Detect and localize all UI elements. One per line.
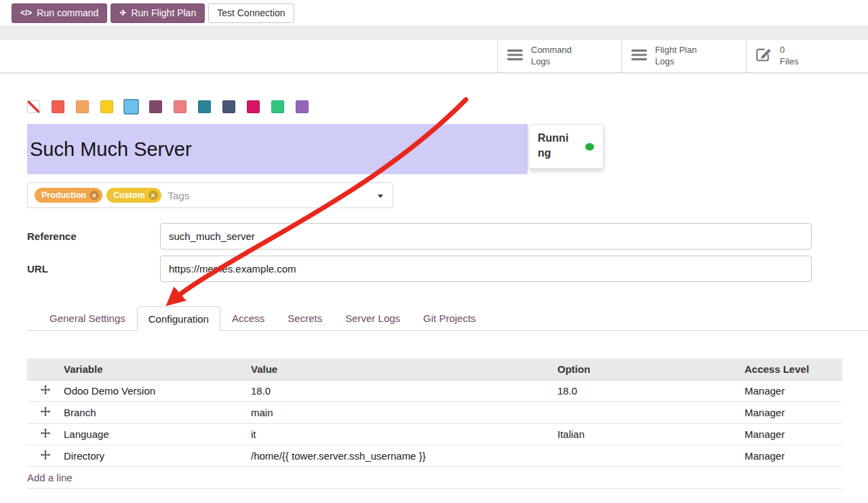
cell-option[interactable]: 18.0 [557, 380, 745, 402]
form-header: Command Logs Flight Plan Logs 0 Files [0, 40, 868, 73]
table-row[interactable]: Odoo Demo Version 18.0 18.0 Manager [27, 380, 842, 402]
cell-variable[interactable]: Odoo Demo Version [64, 380, 251, 402]
add-line-row: Add a line [27, 467, 842, 489]
color-swatch-cyan-selected[interactable] [123, 99, 138, 114]
column-header-access-level: Access Level [745, 359, 842, 380]
files-label: 0 Files [780, 45, 798, 68]
color-swatch-purple[interactable] [296, 100, 309, 113]
list-icon [631, 49, 647, 64]
column-header-value: Value [251, 359, 557, 380]
files-count: 0 [780, 45, 798, 56]
cell-variable[interactable]: Branch [64, 402, 251, 424]
variables-table: Variable Value Option Access Level Odoo … [27, 359, 842, 489]
command-logs-line1: Command [531, 45, 572, 56]
tab-secrets[interactable]: Secrets [276, 306, 334, 330]
tab-git-projects[interactable]: Git Projects [412, 306, 488, 330]
cell-option[interactable] [557, 445, 745, 467]
cell-value[interactable]: main [251, 402, 557, 424]
run-flight-plan-button[interactable]: ✈ Run Flight Plan [111, 3, 205, 23]
title-row: Such Much Server Running [27, 124, 868, 174]
table-row[interactable]: Directory /home/{{ tower.server.ssh_user… [27, 445, 842, 467]
cell-access-level[interactable]: Manager [745, 402, 842, 424]
drag-handle-icon[interactable] [27, 380, 64, 402]
command-logs-button[interactable]: Command Logs [497, 40, 621, 73]
form-body: Such Much Server Running Production × Cu… [0, 100, 868, 489]
status-dot-icon [585, 143, 594, 150]
reference-input[interactable] [160, 223, 812, 249]
table-header-row: Variable Value Option Access Level [27, 359, 842, 380]
server-name-input[interactable]: Such Much Server [27, 124, 528, 174]
code-icon: </> [20, 8, 32, 18]
color-swatch-yellow[interactable] [100, 100, 113, 113]
tab-access[interactable]: Access [220, 306, 276, 330]
tab-general-settings[interactable]: General Settings [38, 306, 137, 330]
handle-column-header [27, 359, 64, 380]
command-logs-label: Command Logs [531, 45, 572, 68]
command-logs-line2: Logs [531, 56, 572, 68]
color-swatch-teal[interactable] [198, 100, 211, 113]
reference-field-row: Reference [27, 223, 868, 249]
cell-variable[interactable]: Directory [64, 445, 251, 467]
color-swatch-salmon[interactable] [174, 100, 186, 113]
plane-icon: ✈ [119, 8, 126, 18]
drag-handle-icon[interactable] [27, 445, 64, 467]
test-connection-button[interactable]: Test Connection [208, 3, 294, 23]
run-flight-plan-label: Run Flight Plan [131, 7, 196, 18]
list-icon [507, 49, 523, 64]
tag-remove-icon[interactable]: × [149, 190, 158, 200]
cell-option[interactable] [557, 402, 745, 424]
flight-plan-logs-label: Flight Plan Logs [655, 45, 696, 68]
status-ribbon[interactable]: Running [529, 124, 604, 169]
table-row[interactable]: Language it Italian Manager [27, 424, 842, 445]
test-connection-label: Test Connection [217, 7, 285, 18]
run-command-button[interactable]: </> Run command [12, 3, 107, 23]
column-header-option: Option [557, 359, 745, 380]
tag-custom[interactable]: Custom × [106, 188, 161, 203]
status-label: Running [538, 131, 574, 160]
tags-field[interactable]: Production × Custom × Tags [27, 182, 393, 208]
files-text: Files [780, 56, 798, 68]
color-swatch-magenta[interactable] [247, 100, 260, 113]
color-swatch-none[interactable] [27, 100, 40, 113]
color-swatch-red[interactable] [52, 100, 64, 113]
flight-plan-logs-line1: Flight Plan [655, 45, 696, 56]
cell-access-level[interactable]: Manager [745, 445, 842, 467]
tag-production[interactable]: Production × [35, 188, 102, 203]
color-swatch-orange[interactable] [76, 100, 89, 113]
cell-value[interactable]: it [251, 424, 557, 445]
flight-plan-logs-button[interactable]: Flight Plan Logs [621, 40, 746, 73]
server-form-page: </> Run command ✈ Run Flight Plan Test C… [0, 0, 868, 503]
edit-icon [756, 47, 772, 65]
toolbar-separator [0, 26, 868, 40]
cell-option[interactable]: Italian [557, 424, 745, 445]
add-a-line-link[interactable]: Add a line [27, 472, 73, 483]
tag-remove-icon[interactable]: × [90, 190, 99, 200]
action-toolbar: </> Run command ✈ Run Flight Plan Test C… [0, 0, 868, 26]
column-header-variable: Variable [64, 359, 251, 380]
tab-configuration[interactable]: Configuration [137, 306, 220, 331]
tags-placeholder: Tags [168, 190, 190, 201]
drag-handle-icon[interactable] [27, 402, 64, 424]
color-swatch-dark-purple[interactable] [149, 100, 162, 113]
cell-access-level[interactable]: Manager [745, 424, 842, 445]
cell-access-level[interactable]: Manager [745, 380, 842, 402]
cell-value[interactable]: 18.0 [251, 380, 557, 402]
color-palette [27, 100, 868, 113]
reference-label: Reference [27, 230, 160, 242]
cell-value[interactable]: /home/{{ tower.server.ssh_username }} [251, 445, 557, 467]
files-button[interactable]: 0 Files [746, 40, 868, 73]
color-swatch-green[interactable] [271, 100, 284, 113]
drag-handle-icon[interactable] [27, 424, 64, 445]
table-row[interactable]: Branch main Manager [27, 402, 842, 424]
dropdown-caret-icon[interactable] [378, 195, 383, 198]
form-tabs: General Settings Configuration Access Se… [27, 306, 868, 331]
tag-production-label: Production [41, 190, 86, 200]
tag-custom-label: Custom [113, 190, 145, 200]
cell-variable[interactable]: Language [64, 424, 251, 445]
flight-plan-logs-line2: Logs [655, 56, 696, 68]
tab-server-logs[interactable]: Server Logs [334, 306, 412, 330]
add-line-cell: Add a line [27, 467, 842, 489]
url-input[interactable] [160, 256, 812, 282]
color-swatch-navy[interactable] [222, 100, 235, 113]
url-label: URL [27, 263, 160, 275]
